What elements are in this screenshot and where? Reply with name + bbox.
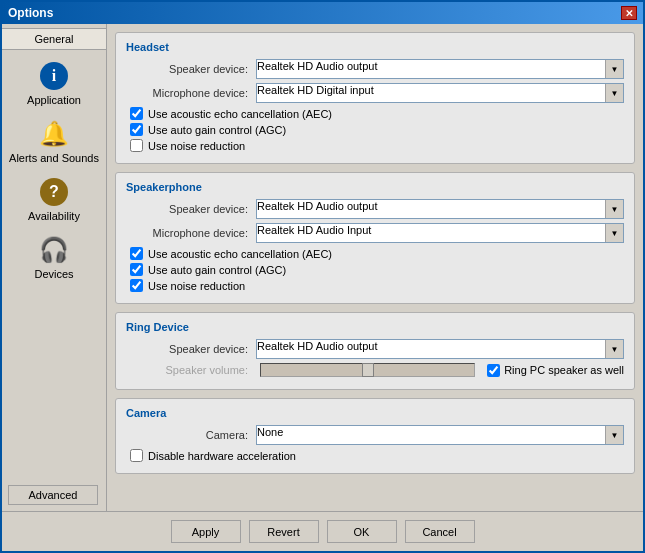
- speaker-speaker-arrow: ▼: [605, 200, 623, 218]
- main-content: Headset Speaker device: Realtek HD Audio…: [107, 24, 643, 511]
- ring-volume-row: Speaker volume: Ring PC speaker as well: [126, 363, 624, 377]
- speakerphone-title: Speakerphone: [126, 181, 624, 193]
- sidebar-availability-label: Availability: [28, 210, 80, 222]
- advanced-button[interactable]: Advanced: [8, 485, 98, 505]
- speaker-aec-row: Use acoustic echo cancellation (AEC): [126, 247, 624, 260]
- speaker-agc-checkbox[interactable]: [130, 263, 143, 276]
- speaker-mic-row: Microphone device: Realtek HD Audio Inpu…: [126, 223, 624, 243]
- title-bar: Options ✕: [2, 2, 643, 24]
- headset-speaker-row: Speaker device: Realtek HD Audio output …: [126, 59, 624, 79]
- camera-hw-label: Disable hardware acceleration: [148, 450, 296, 462]
- general-tab[interactable]: General: [2, 28, 106, 50]
- headset-speaker-value: Realtek HD Audio output: [257, 60, 605, 78]
- sidebar-devices-label: Devices: [34, 268, 73, 280]
- headset-mic-select[interactable]: Realtek HD Digital input ▼: [256, 83, 624, 103]
- question-icon: ?: [38, 176, 70, 208]
- ring-speaker-arrow: ▼: [605, 340, 623, 358]
- speaker-mic-label: Microphone device:: [126, 227, 256, 239]
- headset-speaker-label: Speaker device:: [126, 63, 256, 75]
- speaker-agc-row: Use auto gain control (AGC): [126, 263, 624, 276]
- slider-thumb: [362, 363, 374, 377]
- speaker-speaker-label: Speaker device:: [126, 203, 256, 215]
- headset-mic-row: Microphone device: Realtek HD Digital in…: [126, 83, 624, 103]
- headset-aec-checkbox[interactable]: [130, 107, 143, 120]
- camera-arrow: ▼: [605, 426, 623, 444]
- ring-device-title: Ring Device: [126, 321, 624, 333]
- sidebar-application-label: Application: [27, 94, 81, 106]
- headset-mic-value: Realtek HD Digital input: [257, 84, 605, 102]
- headset-speaker-select[interactable]: Realtek HD Audio output ▼: [256, 59, 624, 79]
- camera-section: Camera Camera: None ▼ Disable hardware a…: [115, 398, 635, 474]
- headset-nr-row: Use noise reduction: [126, 139, 624, 152]
- ring-device-section: Ring Device Speaker device: Realtek HD A…: [115, 312, 635, 390]
- headset-nr-checkbox[interactable]: [130, 139, 143, 152]
- headset-agc-row: Use auto gain control (AGC): [126, 123, 624, 136]
- sidebar-item-application[interactable]: i Application: [2, 54, 106, 112]
- headset-speaker-arrow: ▼: [605, 60, 623, 78]
- sidebar-item-availability[interactable]: ? Availability: [2, 170, 106, 228]
- headset-agc-checkbox[interactable]: [130, 123, 143, 136]
- headset-section: Headset Speaker device: Realtek HD Audio…: [115, 32, 635, 164]
- cancel-button[interactable]: Cancel: [405, 520, 475, 543]
- sidebar-bottom: Advanced: [2, 479, 106, 511]
- ring-speaker-value: Realtek HD Audio output: [257, 340, 605, 358]
- ring-speaker-row: Speaker device: Realtek HD Audio output …: [126, 339, 624, 359]
- ring-volume-label: Speaker volume:: [126, 364, 256, 376]
- camera-select[interactable]: None ▼: [256, 425, 624, 445]
- camera-hw-row: Disable hardware acceleration: [126, 449, 624, 462]
- ring-pc-check: Ring PC speaker as well: [487, 364, 624, 377]
- sidebar-alerts-label: Alerts and Sounds: [9, 152, 99, 164]
- window-title: Options: [8, 6, 53, 20]
- sidebar-item-alerts[interactable]: 🔔 Alerts and Sounds: [2, 112, 106, 170]
- close-button[interactable]: ✕: [621, 6, 637, 20]
- speaker-speaker-value: Realtek HD Audio output: [257, 200, 605, 218]
- content-area: General i Application 🔔 Alerts and Sound…: [2, 24, 643, 511]
- speakerphone-section: Speakerphone Speaker device: Realtek HD …: [115, 172, 635, 304]
- options-window: Options ✕ General i Application 🔔 Alerts…: [0, 0, 645, 553]
- sidebar: General i Application 🔔 Alerts and Sound…: [2, 24, 107, 511]
- info-icon: i: [38, 60, 70, 92]
- speaker-nr-row: Use noise reduction: [126, 279, 624, 292]
- camera-label: Camera:: [126, 429, 256, 441]
- camera-hw-checkbox[interactable]: [130, 449, 143, 462]
- speaker-mic-select[interactable]: Realtek HD Audio Input ▼: [256, 223, 624, 243]
- headset-title: Headset: [126, 41, 624, 53]
- speaker-agc-label: Use auto gain control (AGC): [148, 264, 286, 276]
- bell-icon: 🔔: [38, 118, 70, 150]
- apply-button[interactable]: Apply: [171, 520, 241, 543]
- speaker-aec-label: Use acoustic echo cancellation (AEC): [148, 248, 332, 260]
- ok-button[interactable]: OK: [327, 520, 397, 543]
- headset-aec-label: Use acoustic echo cancellation (AEC): [148, 108, 332, 120]
- speaker-mic-value: Realtek HD Audio Input: [257, 224, 605, 242]
- volume-slider[interactable]: [260, 363, 475, 377]
- camera-value: None: [257, 426, 605, 444]
- speaker-speaker-row: Speaker device: Realtek HD Audio output …: [126, 199, 624, 219]
- camera-row: Camera: None ▼: [126, 425, 624, 445]
- headset-mic-arrow: ▼: [605, 84, 623, 102]
- headset-mic-label: Microphone device:: [126, 87, 256, 99]
- ring-pc-checkbox[interactable]: [487, 364, 500, 377]
- headset-agc-label: Use auto gain control (AGC): [148, 124, 286, 136]
- speaker-nr-label: Use noise reduction: [148, 280, 245, 292]
- revert-button[interactable]: Revert: [249, 520, 319, 543]
- volume-slider-container: [256, 363, 479, 377]
- headset-nr-label: Use noise reduction: [148, 140, 245, 152]
- speaker-nr-checkbox[interactable]: [130, 279, 143, 292]
- bottom-buttons: Apply Revert OK Cancel: [2, 511, 643, 551]
- speaker-aec-checkbox[interactable]: [130, 247, 143, 260]
- speaker-mic-arrow: ▼: [605, 224, 623, 242]
- speaker-speaker-select[interactable]: Realtek HD Audio output ▼: [256, 199, 624, 219]
- ring-speaker-select[interactable]: Realtek HD Audio output ▼: [256, 339, 624, 359]
- sidebar-item-devices[interactable]: 🎧 Devices: [2, 228, 106, 286]
- ring-speaker-label: Speaker device:: [126, 343, 256, 355]
- camera-title: Camera: [126, 407, 624, 419]
- headphones-icon: 🎧: [38, 234, 70, 266]
- ring-pc-label: Ring PC speaker as well: [504, 364, 624, 376]
- headset-aec-row: Use acoustic echo cancellation (AEC): [126, 107, 624, 120]
